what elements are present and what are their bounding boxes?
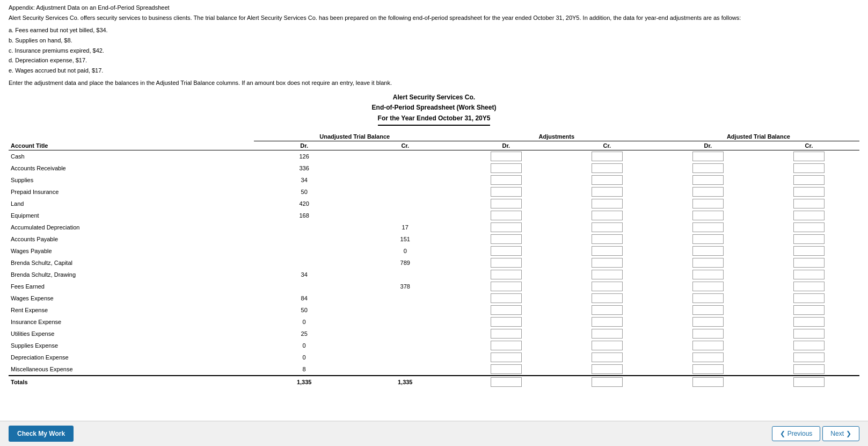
atb-dr-input[interactable] — [692, 353, 724, 362]
atb-dr-cell[interactable] — [658, 328, 758, 340]
atb-dr-input[interactable] — [692, 222, 724, 232]
atb-cr-input[interactable] — [793, 317, 825, 327]
atb-dr-cell[interactable] — [658, 363, 758, 376]
adj-dr-input[interactable] — [491, 377, 522, 387]
adj-dr-cell[interactable] — [456, 269, 557, 280]
atb-dr-input[interactable] — [692, 317, 724, 327]
atb-dr-input[interactable] — [692, 152, 724, 161]
adj-dr-input[interactable] — [491, 175, 522, 185]
adj-dr-cell[interactable] — [456, 210, 557, 221]
adj-dr-cell[interactable] — [456, 340, 557, 351]
atb-cr-input[interactable] — [793, 377, 825, 387]
atb-dr-input[interactable] — [692, 187, 724, 197]
atb-dr-input[interactable] — [692, 199, 724, 208]
adj-dr-cell[interactable] — [456, 257, 557, 269]
adj-cr-input[interactable] — [592, 187, 623, 197]
adj-dr-cell[interactable] — [456, 221, 557, 233]
atb-cr-input[interactable] — [793, 187, 825, 197]
adj-cr-input[interactable] — [592, 341, 623, 350]
atb-dr-input[interactable] — [692, 258, 724, 268]
adj-cr-cell[interactable] — [557, 280, 658, 292]
adj-cr-input[interactable] — [592, 364, 623, 374]
adj-dr-input[interactable] — [491, 270, 522, 279]
atb-dr-cell[interactable] — [658, 221, 758, 233]
adj-dr-cell[interactable] — [456, 351, 557, 363]
adj-dr-input[interactable] — [491, 152, 522, 161]
atb-dr-cell[interactable] — [658, 210, 758, 221]
adj-cr-input[interactable] — [592, 270, 623, 279]
atb-cr-input[interactable] — [793, 152, 825, 161]
adj-cr-cell[interactable] — [557, 221, 658, 233]
atb-cr-input[interactable] — [793, 163, 825, 173]
atb-cr-input[interactable] — [793, 199, 825, 208]
adj-cr-input[interactable] — [592, 222, 623, 232]
adj-dr-cell[interactable] — [456, 150, 557, 162]
adj-cr-input[interactable] — [592, 234, 623, 244]
adj-dr-input[interactable] — [491, 341, 522, 350]
atb-dr-input[interactable] — [692, 377, 724, 387]
adj-dr-input[interactable] — [491, 234, 522, 244]
adj-cr-input[interactable] — [592, 353, 623, 362]
atb-cr-input[interactable] — [793, 329, 825, 339]
adj-cr-cell[interactable] — [557, 292, 658, 304]
adj-dr-input[interactable] — [491, 353, 522, 362]
atb-dr-input[interactable] — [692, 163, 724, 173]
adj-dr-cell[interactable] — [456, 245, 557, 257]
atb-dr-input[interactable] — [692, 270, 724, 279]
adj-cr-cell[interactable] — [557, 245, 658, 257]
adj-cr-input[interactable] — [592, 377, 623, 387]
adj-dr-input[interactable] — [491, 163, 522, 173]
atb-dr-cell[interactable] — [658, 340, 758, 351]
adj-cr-cell[interactable] — [557, 316, 658, 328]
adj-dr-input[interactable] — [491, 317, 522, 327]
atb-dr-input[interactable] — [692, 234, 724, 244]
adj-cr-input[interactable] — [592, 305, 623, 315]
adj-dr-input[interactable] — [491, 305, 522, 315]
atb-cr-cell[interactable] — [758, 233, 859, 245]
adj-cr-cell[interactable] — [557, 304, 658, 316]
atb-cr-input[interactable] — [793, 270, 825, 279]
atb-dr-input[interactable] — [692, 364, 724, 374]
adj-cr-input[interactable] — [592, 282, 623, 291]
adj-cr-cell[interactable] — [557, 186, 658, 198]
atb-cr-cell[interactable] — [758, 210, 859, 221]
adj-dr-cell[interactable] — [456, 363, 557, 376]
adj-cr-cell[interactable] — [557, 210, 658, 221]
atb-dr-input[interactable] — [692, 246, 724, 256]
adj-cr-cell[interactable] — [557, 233, 658, 245]
atb-cr-input[interactable] — [793, 258, 825, 268]
atb-cr-cell[interactable] — [758, 363, 859, 376]
atb-dr-input[interactable] — [692, 175, 724, 185]
adj-cr-cell[interactable] — [557, 269, 658, 280]
adj-cr-input[interactable] — [592, 211, 623, 220]
adj-cr-input[interactable] — [592, 258, 623, 268]
next-button[interactable]: Next ❯ — [822, 426, 859, 441]
adj-cr-cell[interactable] — [557, 174, 658, 186]
adj-dr-cell[interactable] — [456, 186, 557, 198]
atb-cr-input[interactable] — [793, 175, 825, 185]
atb-cr-input[interactable] — [793, 282, 825, 291]
atb-dr-input[interactable] — [692, 211, 724, 220]
atb-cr-input[interactable] — [793, 353, 825, 362]
atb-cr-cell[interactable] — [758, 174, 859, 186]
adj-dr-input[interactable] — [491, 246, 522, 256]
adj-cr-input[interactable] — [592, 317, 623, 327]
adj-cr-cell[interactable] — [557, 150, 658, 162]
atb-dr-input[interactable] — [692, 282, 724, 291]
adj-dr-input[interactable] — [491, 222, 522, 232]
atb-cr-cell[interactable] — [758, 221, 859, 233]
atb-cr-input[interactable] — [793, 211, 825, 220]
adj-dr-input[interactable] — [491, 329, 522, 339]
adj-cr-cell[interactable] — [557, 340, 658, 351]
atb-cr-cell[interactable] — [758, 376, 859, 388]
atb-dr-cell[interactable] — [658, 351, 758, 363]
atb-cr-cell[interactable] — [758, 340, 859, 351]
adj-cr-input[interactable] — [592, 163, 623, 173]
atb-dr-cell[interactable] — [658, 186, 758, 198]
atb-dr-cell[interactable] — [658, 304, 758, 316]
adj-cr-cell[interactable] — [557, 198, 658, 210]
atb-cr-cell[interactable] — [758, 328, 859, 340]
adj-dr-cell[interactable] — [456, 174, 557, 186]
adj-dr-input[interactable] — [491, 364, 522, 374]
atb-dr-cell[interactable] — [658, 376, 758, 388]
